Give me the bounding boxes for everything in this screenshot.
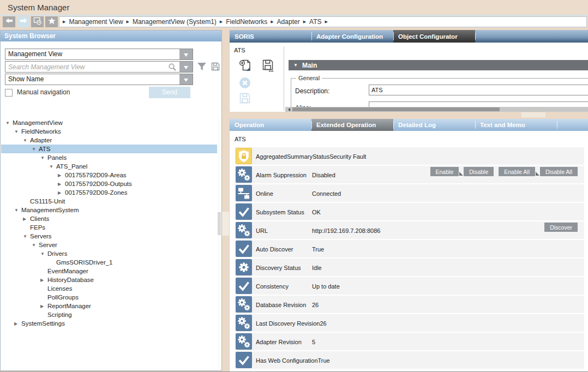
tab-adapter-configuration[interactable]: Adapter Configuration: [311, 30, 393, 43]
system-browser-panel: System Browser Management View Show Name…: [0, 30, 222, 371]
expand-arrow-icon[interactable]: ▶: [58, 182, 65, 187]
tab-object-configurator[interactable]: Object Configurator: [393, 30, 475, 43]
tree-scrollbar-thumb[interactable]: [218, 212, 221, 235]
tab-soris[interactable]: SORIS: [230, 30, 311, 43]
filter-icon[interactable]: [197, 62, 207, 73]
chevron-down-icon[interactable]: [179, 74, 193, 85]
recent-views-button[interactable]: [31, 16, 44, 27]
view-selector-dropdown[interactable]: Management View: [5, 49, 193, 60]
tree-item-historydatabase[interactable]: ▶HistoryDatabase: [1, 275, 217, 284]
property-name: Last Discovery Revision: [256, 315, 320, 332]
selected-object-label: ATS: [234, 47, 245, 53]
pane-splitter-handle[interactable]: [521, 112, 545, 117]
breadcrumb-item-management-view[interactable]: Management View: [69, 18, 123, 26]
tree-item-label: ManagementView: [13, 119, 63, 126]
expand-arrow-icon[interactable]: ▼: [40, 155, 47, 160]
tree-item-server[interactable]: ▼Server: [1, 241, 217, 249]
discover-button[interactable]: Discover: [544, 223, 578, 232]
expand-arrow-icon[interactable]: ▶: [14, 321, 21, 326]
tree-item-scripting[interactable]: Scripting: [1, 310, 217, 319]
enable-all-button[interactable]: Enable All: [499, 167, 535, 176]
expand-arrow-icon[interactable]: ▼: [32, 147, 39, 152]
forward-button[interactable]: [17, 16, 29, 27]
tree-item-adapter[interactable]: ▼Adapter: [1, 136, 217, 145]
disable-button[interactable]: Disable: [464, 167, 494, 176]
expand-arrow-icon[interactable]: ▼: [23, 234, 30, 239]
tab-separator: [557, 121, 557, 128]
property-name: AggregatedSummaryStatus: [256, 148, 329, 165]
save-icon[interactable]: [261, 58, 275, 73]
send-button[interactable]: Send: [149, 87, 190, 98]
tree-item-cs1115-unit[interactable]: CS1115-Unit: [1, 197, 217, 206]
back-button[interactable]: [3, 16, 15, 27]
display-mode-dropdown[interactable]: Show Name: [5, 74, 193, 85]
tree-item-gmssorisdriver-1[interactable]: GmsSORISDriver_1: [1, 258, 217, 267]
tree-scrollbar-track[interactable]: [218, 118, 221, 368]
tree-item-systemsettings[interactable]: ▶SystemSettings: [1, 319, 217, 328]
expand-arrow-icon[interactable]: ▼: [32, 243, 39, 248]
selected-object-label: ATS: [235, 136, 246, 142]
tree-item-label: Adapter: [30, 137, 52, 143]
favorites-button[interactable]: [45, 16, 58, 27]
tree-item-label: Panels: [47, 154, 67, 161]
expand-arrow-icon[interactable]: ▼: [5, 121, 13, 125]
tree-item-panels[interactable]: ▼Panels: [1, 153, 217, 162]
search-input[interactable]: [5, 62, 179, 72]
check-icon: [236, 278, 252, 294]
tree-item-001755792d09-outputs[interactable]: ▶001755792D09-Outputs: [1, 179, 217, 188]
expand-arrow-icon[interactable]: ▼: [14, 208, 21, 213]
breadcrumb-item-ats[interactable]: ATS: [309, 18, 321, 26]
disable-all-button[interactable]: Disable All: [540, 167, 578, 176]
tree-item-label: PollGroups: [47, 294, 79, 301]
expand-arrow-icon[interactable]: ▶: [40, 304, 47, 309]
expand-arrow-icon[interactable]: ▼: [49, 164, 56, 169]
tree-item-ats[interactable]: ▼ATS: [1, 145, 217, 153]
chevron-down-icon[interactable]: [179, 49, 193, 59]
tree-item-clients[interactable]: ▶Clients: [1, 214, 217, 223]
tab-extended-operation[interactable]: Extended Operation: [311, 119, 393, 131]
breadcrumb[interactable]: ▶Management View▶ManagementView (System1…: [59, 16, 587, 27]
chevron-down-icon[interactable]: [179, 62, 193, 72]
tree-item-feps[interactable]: FEPs: [1, 223, 217, 232]
tree-item-eventmanager[interactable]: EventManager: [1, 267, 217, 275]
tab-text-and-memo[interactable]: Text and Memo: [475, 119, 557, 131]
toolbar-divider: [284, 46, 284, 111]
check-icon: [236, 241, 252, 257]
tree-item-servers[interactable]: ▼Servers: [1, 232, 217, 241]
expand-arrow-icon[interactable]: ▶: [58, 190, 65, 195]
expand-arrow-icon[interactable]: ▼: [23, 138, 30, 143]
enable-button[interactable]: Enable: [430, 167, 459, 176]
expand-arrow-icon[interactable]: ▼: [14, 129, 21, 134]
tree-item-001755792d09-zones[interactable]: ▶001755792D09-Zones: [1, 188, 217, 197]
tree-item-fieldnetworks[interactable]: ▼FieldNetworks: [1, 127, 217, 136]
tree-item-pollgroups[interactable]: PollGroups: [1, 293, 217, 302]
tree-item-label: Scripting: [47, 311, 72, 318]
import-object-icon[interactable]: [238, 58, 252, 73]
tree-item-reportmanager[interactable]: ▶ReportManager: [1, 302, 217, 310]
description-field[interactable]: [369, 85, 588, 95]
tree-item-managementview[interactable]: ▼ManagementView: [1, 118, 217, 127]
tree-item-ats-panel[interactable]: ▼ATS_Panel: [1, 162, 217, 171]
tab-detailed-log[interactable]: Detailed Log: [393, 119, 475, 131]
tab-operation[interactable]: Operation: [230, 119, 311, 131]
expand-arrow-icon[interactable]: ▶: [23, 217, 30, 221]
horizontal-scrollbar-thumb[interactable]: [292, 107, 500, 111]
property-row-adapter-revision: Adapter Revision5: [235, 333, 584, 350]
tree-item-drivers[interactable]: ▼Drivers: [1, 249, 217, 258]
expand-arrow-icon[interactable]: ▼: [40, 251, 47, 256]
tree-item-managementsystem[interactable]: ▼ManagementSystem: [1, 206, 217, 214]
scroll-left-arrow-icon[interactable]: [286, 108, 290, 111]
breadcrumb-item-fieldnetworks[interactable]: FieldNetworks: [226, 18, 267, 26]
breadcrumb-arrow-icon: ▶: [325, 20, 327, 24]
breadcrumb-item-managementview-system1[interactable]: ManagementView (System1): [133, 18, 217, 26]
manual-navigation-checkbox[interactable]: [5, 89, 13, 97]
expand-arrow-icon[interactable]: ▶: [40, 278, 47, 283]
horizontal-scrollbar[interactable]: [285, 107, 588, 112]
tree-item-licenses[interactable]: Licenses: [1, 284, 217, 293]
save-filter-icon[interactable]: [211, 62, 220, 74]
tree-item-001755792d09-areas[interactable]: ▶001755792D09-Areas: [1, 171, 217, 179]
expand-arrow-icon[interactable]: ▶: [58, 173, 65, 178]
breadcrumb-item-adapter[interactable]: Adapter: [277, 18, 300, 26]
main-section-header[interactable]: ▼ Main: [289, 60, 588, 70]
panel-splitter-handle[interactable]: [222, 212, 229, 236]
